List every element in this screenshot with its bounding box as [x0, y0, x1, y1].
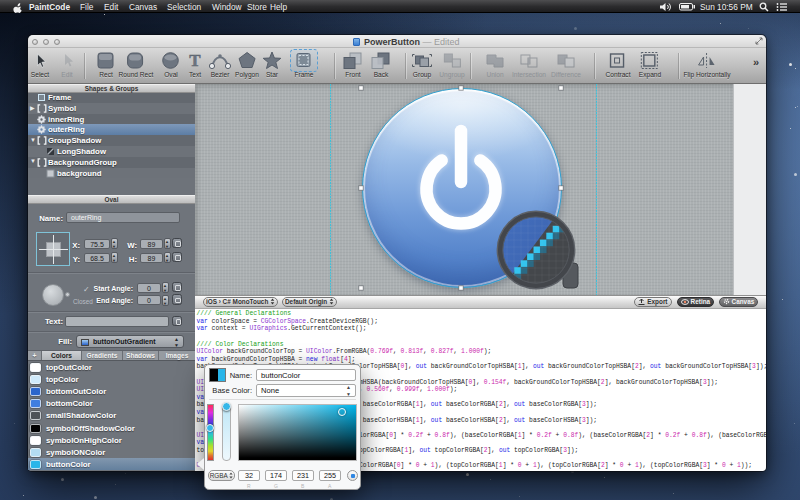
svg-text:T: T — [189, 51, 201, 70]
